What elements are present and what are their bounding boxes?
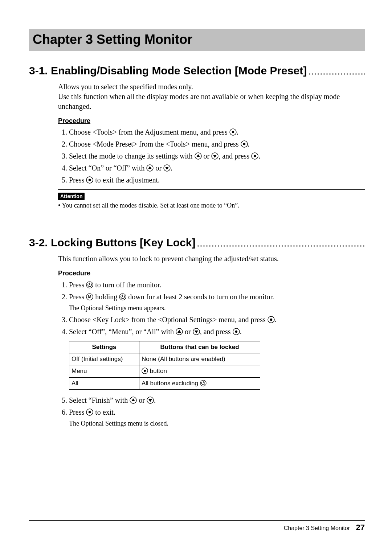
key-lock-table: Settings Buttons that can be locked Off …: [69, 341, 260, 390]
enter-icon: [229, 128, 237, 136]
step: Select “Finish” with or .: [69, 395, 365, 406]
enter-icon: [142, 368, 148, 374]
attention-text: • You cannot set all the modes disable. …: [58, 201, 365, 210]
step: Choose <Tools> from the Adjustment menu,…: [69, 127, 365, 138]
section-body-3-2: This function allows you to lock to prev…: [29, 254, 365, 428]
power-icon: [86, 281, 93, 288]
up-icon: [130, 397, 137, 404]
section-title-3-1: 3-1. Enabling/Disabling Mode Selection […: [29, 65, 365, 77]
power-icon: [119, 293, 126, 300]
enter-icon: [86, 176, 93, 184]
step: Choose <Key Lock> from the <Optional Set…: [69, 314, 365, 325]
table-cell: Menu: [69, 365, 139, 377]
page-footer: Chapter 3 Setting Monitor 27: [29, 520, 365, 532]
step: Press holding down for at least 2 second…: [69, 291, 365, 313]
attention-box: Attention • You cannot set all the modes…: [58, 189, 365, 211]
intro-text: Allows you to select the specified modes…: [58, 82, 365, 111]
up-icon: [176, 328, 183, 335]
down-icon: [193, 328, 200, 335]
attention-badge: Attention: [58, 193, 85, 200]
section-title-3-2: 3-2. Locking Buttons [Key Lock]: [29, 237, 365, 249]
table-cell: None (All buttons are enabled): [139, 353, 260, 365]
down-icon: [163, 164, 171, 172]
table-header: Buttons that can be locked: [139, 341, 260, 353]
procedure-list-3-2: Press to turn off the monitor. Press hol…: [58, 279, 365, 429]
page-number: 27: [356, 523, 365, 532]
table-row: Off (Initial settings) None (All buttons…: [69, 353, 260, 365]
power-icon: [200, 380, 207, 386]
step: Select the mode to change its settings w…: [69, 151, 365, 162]
procedure-list-3-1: Choose <Tools> from the Adjustment menu,…: [58, 127, 365, 186]
step: Press to exit the adjustment.: [69, 175, 365, 186]
table-cell: Off (Initial settings): [69, 353, 139, 365]
chapter-title: Chapter 3 Setting Monitor: [29, 29, 365, 51]
table-header: Settings: [69, 341, 139, 353]
enter-icon: [251, 152, 258, 160]
table-row: All All buttons excluding: [69, 377, 260, 389]
table-row: Menu button: [69, 365, 260, 377]
section-title-text: 3-1. Enabling/Disabling Mode Selection […: [29, 65, 307, 77]
up-icon: [195, 152, 202, 160]
page: Chapter 3 Setting Monitor 3-1. Enabling/…: [0, 0, 392, 554]
procedure-label: Procedure: [58, 116, 365, 125]
step: Choose <Mode Preset> from the <Tools> me…: [69, 139, 365, 150]
step: Select “Off”, “Menu”, or “All” with or ,…: [69, 326, 365, 390]
step-note: The Optional Settings menu is closed.: [69, 419, 365, 429]
step: Select “On” or “Off” with or .: [69, 163, 365, 174]
step: Press to turn off the monitor.: [69, 279, 365, 291]
enter-icon: [233, 328, 240, 335]
section-title-text: 3-2. Locking Buttons [Key Lock]: [29, 237, 195, 249]
table-cell: All buttons excluding: [139, 377, 260, 389]
table-cell: button: [139, 365, 260, 377]
intro-text: This function allows you to lock to prev…: [58, 254, 365, 264]
section-body-3-1: Allows you to select the specified modes…: [29, 82, 365, 211]
down-icon: [147, 397, 154, 404]
mode-icon: [86, 293, 93, 300]
enter-icon: [86, 409, 93, 416]
step-note: The Optional Settings menu appears.: [69, 303, 365, 313]
enter-icon: [268, 316, 275, 323]
enter-icon: [241, 140, 248, 148]
step: Press to exit. The Optional Settings men…: [69, 407, 365, 429]
footer-chapter: Chapter 3 Setting Monitor: [284, 525, 350, 531]
up-icon: [146, 164, 154, 172]
table-cell: All: [69, 377, 139, 389]
procedure-label: Procedure: [58, 269, 365, 278]
down-icon: [211, 152, 219, 160]
